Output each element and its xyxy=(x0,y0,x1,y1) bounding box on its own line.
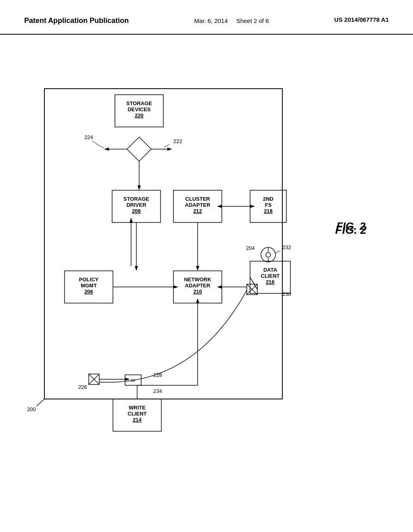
diamond-222 xyxy=(127,137,151,161)
label-200: 200 xyxy=(27,406,36,412)
label-224: 224 xyxy=(84,134,93,140)
arrow-200 xyxy=(36,399,44,406)
arrowhead-na-dc-left xyxy=(217,285,222,289)
publication-date-sheet: Mar. 6, 2014 Sheet 2 of 6 xyxy=(194,16,269,26)
page-header: Patent Application Publication Mar. 6, 2… xyxy=(0,0,413,35)
label-write-client-line1: WRITE xyxy=(129,405,146,411)
arrowhead-wc-na xyxy=(196,298,199,303)
leader-222 xyxy=(164,144,169,147)
diagram-area: FIG. 2 200 STORAGE DEVICES 220 222 224 xyxy=(0,56,413,532)
label-policy-mgmt-line1: POLICY xyxy=(79,276,99,283)
label-206: 206 xyxy=(84,289,93,295)
label-214: 214 xyxy=(133,417,142,423)
leader-224 xyxy=(92,141,104,148)
outer-box-200 xyxy=(44,89,282,399)
label-2nd-fs-line2: FS xyxy=(265,202,272,208)
label-226: 226 xyxy=(78,384,87,390)
label-232: 232 xyxy=(282,244,291,250)
label-208: 208 xyxy=(132,208,141,214)
label-cluster-adapter-line1: CLUSTER xyxy=(185,196,210,202)
label-210: 210 xyxy=(193,289,202,295)
sheet-info: Sheet 2 of 6 xyxy=(236,17,269,24)
label-230: 230 xyxy=(282,291,291,297)
patent-number: US 2014/067778 A1 xyxy=(334,16,389,23)
fig2-label: FIG. 2 xyxy=(335,224,367,236)
label-network-adapter-line2: ADAPTER xyxy=(185,283,211,289)
label-data-client-line2: CLIENT xyxy=(261,273,280,279)
label-218: 218 xyxy=(264,208,273,214)
label-policy-mgmt-line2: MGMT xyxy=(81,283,97,289)
label-write-client-line2: CLIENT xyxy=(128,411,147,417)
label-204: 204 xyxy=(246,245,255,251)
arrowhead-pm-na xyxy=(173,285,178,289)
arrowhead-226-wc xyxy=(125,378,130,381)
patent-page: Patent Application Publication Mar. 6, 2… xyxy=(0,0,413,532)
label-storage-devices-line1: STORAGE xyxy=(126,100,152,106)
arrowhead-cluster-left xyxy=(217,205,222,208)
label-234: 234 xyxy=(153,388,162,394)
publication-date: Mar. 6, 2014 xyxy=(194,17,227,24)
arrowhead-right xyxy=(167,148,172,151)
label-storage-driver-line1: STORAGE xyxy=(123,196,149,202)
label-212: 212 xyxy=(193,208,202,214)
label-216: 216 xyxy=(266,279,275,285)
label-data-client-line1: DATA xyxy=(263,267,277,273)
arrowhead-down-sd xyxy=(138,185,141,190)
arrowhead-cluster-right xyxy=(250,205,255,208)
curve-226-to-230 xyxy=(99,290,247,382)
label-storage-driver-line2: DRIVER xyxy=(126,202,146,208)
label-222: 222 xyxy=(173,138,182,144)
label-network-adapter-line1: NETWORK xyxy=(184,276,211,283)
leader-232 xyxy=(275,251,280,253)
publication-title: Patent Application Publication xyxy=(24,16,129,25)
label-2nd-fs-line1: 2ND xyxy=(263,196,273,202)
arrowhead-ca-na xyxy=(196,266,199,271)
label-storage-devices-line2: DEVICES xyxy=(127,106,150,112)
label-cluster-adapter-line2: ADAPTER xyxy=(185,202,211,208)
arrowhead-sd-pm xyxy=(135,266,138,271)
arrowhead-left xyxy=(104,148,109,151)
label-220: 220 xyxy=(135,112,144,118)
arrowhead-pm-sd xyxy=(129,218,133,222)
patent-diagram: FIG. 2 200 STORAGE DEVICES 220 222 224 xyxy=(0,56,413,532)
circle-inner xyxy=(266,252,271,257)
